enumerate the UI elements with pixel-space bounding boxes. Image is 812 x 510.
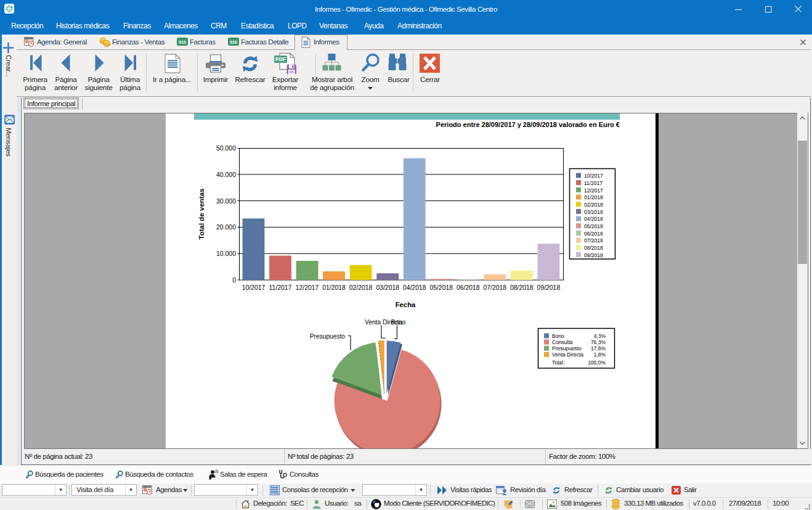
svg-text:Bono: Bono <box>391 319 406 326</box>
svg-text:30.000: 30.000 <box>216 197 236 205</box>
svg-text:06/2018: 06/2018 <box>584 231 603 237</box>
svg-text:Presupuesto: Presupuesto <box>552 345 582 352</box>
svg-text:76,3%: 76,3% <box>591 339 606 345</box>
svg-text:50.000: 50.000 <box>216 144 236 152</box>
svg-text:11/2017: 11/2017 <box>269 284 292 291</box>
svg-text:09/2018: 09/2018 <box>584 252 603 258</box>
svg-text:17,6%: 17,6% <box>591 345 606 352</box>
svg-text:03/2018: 03/2018 <box>376 284 399 291</box>
svg-text:PDF: PDF <box>275 56 286 62</box>
svg-text:Fecha: Fecha <box>396 301 416 308</box>
svg-text:05/2018: 05/2018 <box>584 223 603 229</box>
svg-text:10/2017: 10/2017 <box>242 284 266 291</box>
svg-text:01/2018: 01/2018 <box>584 194 603 200</box>
svg-text:Venta Directa: Venta Directa <box>552 352 583 358</box>
svg-text:Periodo entre 28/09/2017 y 28/: Periodo entre 28/09/2017 y 28/09/2018 va… <box>436 121 620 128</box>
svg-text:100,0%: 100,0% <box>588 360 606 366</box>
svg-text:Consulta: Consulta <box>552 339 573 345</box>
svg-text:04/2018: 04/2018 <box>584 216 603 222</box>
svg-text:05/2018: 05/2018 <box>429 284 453 291</box>
svg-text:010: 010 <box>230 40 237 44</box>
svg-text:4,3%: 4,3% <box>594 333 606 339</box>
svg-text:40.000: 40.000 <box>216 171 236 178</box>
svg-text:11/2017: 11/2017 <box>584 180 603 186</box>
svg-text:03/2018: 03/2018 <box>584 209 603 215</box>
svg-text:01/2018: 01/2018 <box>322 284 346 291</box>
svg-text:12/2017: 12/2017 <box>296 284 319 291</box>
svg-text:010: 010 <box>179 40 186 44</box>
svg-text:10/2017: 10/2017 <box>584 173 603 179</box>
svg-text:12/2017: 12/2017 <box>584 187 603 194</box>
svg-text:06/2018: 06/2018 <box>457 284 480 291</box>
svg-text:02/2018: 02/2018 <box>349 284 373 291</box>
svg-text:07/2018: 07/2018 <box>584 237 603 244</box>
svg-text:20.000: 20.000 <box>216 223 236 231</box>
svg-text:02/2018: 02/2018 <box>584 202 603 208</box>
svg-text:Total:: Total: <box>552 360 564 366</box>
svg-text:09/2018: 09/2018 <box>537 284 561 291</box>
svg-text:08/2018: 08/2018 <box>584 245 603 251</box>
svg-text:04/2018: 04/2018 <box>403 284 426 291</box>
svg-text:Bono: Bono <box>552 333 564 339</box>
svg-text:0: 0 <box>232 276 236 284</box>
svg-text:Total de ventas: Total de ventas <box>198 189 205 240</box>
svg-text:07/2018: 07/2018 <box>484 284 507 291</box>
svg-text:08/2018: 08/2018 <box>510 284 534 291</box>
svg-text:10.000: 10.000 <box>216 250 236 257</box>
svg-text:Presupuesto: Presupuesto <box>310 333 346 340</box>
svg-text:1,8%: 1,8% <box>594 352 606 358</box>
